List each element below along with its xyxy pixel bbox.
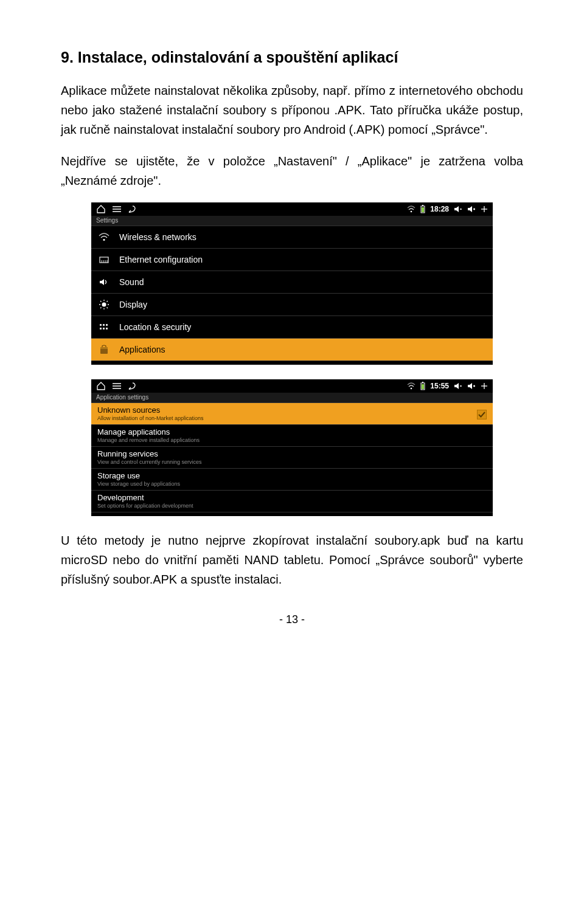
screenshot-app-settings: 15:55 Application settings Unknown sourc… (91, 379, 493, 516)
screenshot-settings: 18:28 Settings Wireless & networks (91, 202, 493, 365)
svg-rect-27 (100, 324, 102, 326)
display-row-icon (97, 299, 111, 310)
section-label-settings: Settings (91, 216, 493, 226)
wifi-icon (407, 205, 415, 213)
expand-icon[interactable] (481, 205, 488, 213)
battery-icon (420, 205, 425, 213)
settings-row-label: Ethernet configuration (119, 255, 487, 264)
settings-row-label: Location & security (119, 322, 487, 332)
status-bar: 18:28 (91, 202, 493, 216)
appset-row-storage[interactable]: Storage use View storage used by applica… (91, 469, 493, 491)
settings-row-ethernet[interactable]: Ethernet configuration (91, 249, 493, 271)
appset-sub: Set options for application development (97, 503, 487, 509)
svg-rect-31 (103, 328, 105, 329)
home-icon[interactable] (96, 205, 106, 213)
page-number: - 13 - (61, 613, 523, 626)
paragraph-3: U této metody je nutno nejprve zkopírova… (61, 531, 523, 589)
back-icon[interactable] (128, 205, 137, 213)
appset-title: Manage applications (97, 427, 487, 436)
vol-up-icon[interactable] (467, 205, 476, 213)
settings-row-label: Display (119, 300, 487, 309)
wifi-icon (407, 382, 415, 390)
vol-up-icon[interactable] (467, 382, 476, 390)
svg-rect-29 (106, 324, 108, 326)
svg-line-24 (107, 308, 108, 309)
svg-rect-5 (422, 205, 423, 206)
appset-sub: Manage and remove installed applications (97, 437, 487, 443)
settings-row-location[interactable]: Location & security (91, 316, 493, 339)
appset-title: Unknown sources (97, 405, 204, 415)
appset-title: Running services (97, 449, 487, 458)
status-bar: 15:55 (91, 379, 493, 393)
status-clock: 15:55 (430, 382, 449, 390)
svg-rect-30 (100, 328, 102, 329)
settings-row-wireless[interactable]: Wireless & networks (91, 226, 493, 249)
appset-row-manage[interactable]: Manage applications Manage and remove in… (91, 425, 493, 447)
menu-icon[interactable] (112, 205, 122, 213)
settings-row-label: Wireless & networks (119, 232, 487, 242)
appset-title: Development (97, 493, 487, 502)
vol-down-icon[interactable] (454, 205, 462, 213)
settings-row-sound[interactable]: Sound (91, 271, 493, 294)
appset-sub: View storage used by applications (97, 481, 487, 487)
svg-rect-41 (422, 384, 424, 389)
svg-rect-32 (106, 328, 108, 329)
appset-sub: View and control currently running servi… (97, 459, 487, 465)
paragraph-1: Aplikace můžete nainstalovat několika zp… (61, 81, 523, 139)
menu-icon[interactable] (112, 382, 122, 390)
svg-line-26 (107, 301, 108, 302)
page-heading: 9. Instalace, odinstalování a spouštění … (61, 49, 523, 66)
appset-row-running[interactable]: Running services View and control curren… (91, 447, 493, 469)
settings-row-label: Applications (119, 345, 487, 354)
section-label-app-settings: Application settings (91, 393, 493, 403)
vol-down-icon[interactable] (454, 382, 462, 390)
home-icon[interactable] (96, 382, 106, 390)
appset-row-development[interactable]: Development Set options for application … (91, 491, 493, 512)
svg-point-3 (411, 211, 412, 213)
paragraph-2: Nejdříve se ujistěte, že v položce „Nast… (61, 151, 523, 190)
settings-row-display[interactable]: Display (91, 294, 493, 316)
wifi-row-icon (97, 233, 111, 241)
svg-rect-6 (422, 207, 424, 212)
status-clock: 18:28 (430, 205, 449, 213)
appset-sub: Allow installation of non-Market applica… (97, 415, 204, 421)
svg-rect-28 (103, 324, 105, 326)
sound-row-icon (97, 278, 111, 286)
svg-line-23 (100, 301, 102, 302)
settings-row-label: Sound (119, 277, 487, 287)
appset-row-unknown-sources[interactable]: Unknown sources Allow installation of no… (91, 403, 493, 425)
battery-icon (420, 382, 425, 390)
svg-rect-40 (422, 382, 423, 383)
settings-row-applications[interactable]: Applications (91, 339, 493, 361)
apps-row-icon (97, 345, 111, 354)
ethernet-row-icon (97, 255, 111, 264)
svg-point-12 (103, 239, 105, 241)
checkbox-icon[interactable] (477, 410, 487, 419)
svg-rect-34 (100, 347, 108, 349)
svg-point-38 (411, 388, 412, 390)
expand-icon[interactable] (481, 382, 488, 390)
back-icon[interactable] (128, 382, 137, 390)
location-row-icon (97, 323, 111, 331)
svg-point-18 (102, 303, 106, 307)
svg-line-25 (100, 308, 102, 309)
appset-title: Storage use (97, 471, 487, 480)
